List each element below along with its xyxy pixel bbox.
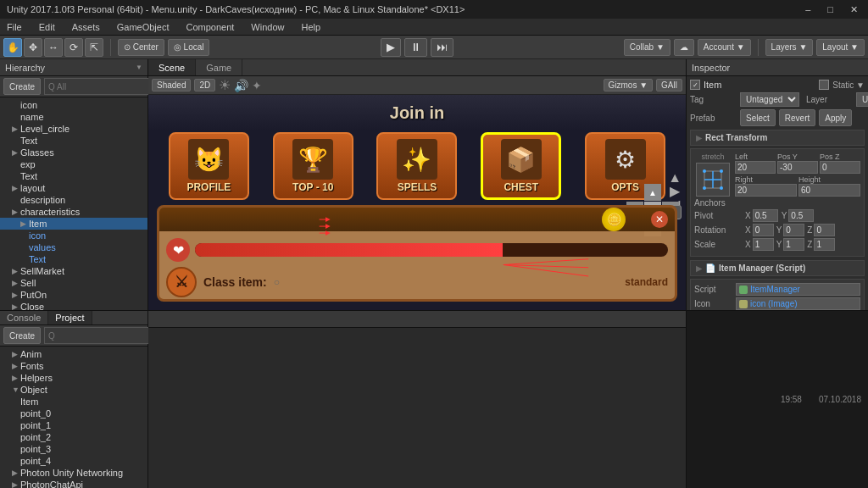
rt-right-input[interactable] — [735, 184, 797, 197]
minimize-btn[interactable]: – — [802, 4, 814, 15]
item-manager-section[interactable]: ▶ 📄 Item Manager (Script) — [690, 260, 865, 276]
revert-btn[interactable]: Revert — [779, 109, 815, 126]
scale-tool-btn[interactable]: ⟳ — [64, 38, 83, 57]
proj-item[interactable]: Item — [0, 396, 147, 408]
project-search[interactable] — [44, 327, 160, 344]
tree-item-exp[interactable]: exp — [0, 158, 147, 170]
nav-up-btn[interactable]: ▲ — [644, 184, 661, 201]
proj-photon[interactable]: ▶Photon Unity Networking — [0, 467, 147, 479]
move-tool-btn[interactable]: ✥ — [24, 38, 42, 57]
proj-fonts[interactable]: ▶Fonts — [0, 360, 147, 372]
scale-x-input[interactable] — [753, 238, 774, 251]
nav-icon-top10[interactable]: 🏆 TOP - 10 — [273, 132, 353, 200]
scale-z-input[interactable] — [814, 238, 835, 251]
tree-item-text-1[interactable]: Text — [0, 135, 147, 147]
rot-x-input[interactable] — [753, 224, 774, 236]
menu-help[interactable]: Help — [298, 22, 324, 32]
pause-btn[interactable]: ⏸ — [404, 38, 427, 57]
cloud-btn[interactable]: ☁ — [674, 39, 694, 56]
audio-btn[interactable]: 🔊 — [234, 79, 248, 92]
tab-game[interactable]: Game — [196, 59, 242, 75]
rt-posy-input[interactable] — [777, 161, 818, 174]
center-btn[interactable]: ⊙ Center — [118, 39, 164, 56]
tree-item-level-circle[interactable]: ▶Level_circle — [0, 123, 147, 135]
menu-gameobject[interactable]: GameObject — [114, 22, 173, 32]
menu-edit[interactable]: Edit — [36, 22, 58, 32]
tree-item-glasses[interactable]: ▶Glasses — [0, 147, 147, 158]
effects-btn[interactable]: ✦ — [252, 79, 262, 92]
tab-scene[interactable]: Scene — [148, 59, 196, 75]
icon-field-value[interactable]: icon (Image) — [736, 297, 860, 310]
nav-icon-profile[interactable]: 😺 PROFILE — [169, 132, 249, 200]
tree-item-layout[interactable]: ▶layout — [0, 182, 147, 194]
rt-left-input[interactable] — [735, 161, 776, 174]
collab-btn[interactable]: Collab ▼ — [624, 39, 670, 56]
proj-object[interactable]: ▼Object — [0, 384, 147, 396]
rt-height-input[interactable] — [798, 184, 860, 197]
rt-posz-input[interactable] — [820, 161, 860, 174]
project-tab[interactable]: Project — [48, 311, 92, 324]
tree-item-text-3[interactable]: Text — [0, 253, 147, 265]
anchor-diagram[interactable] — [696, 163, 730, 197]
layer-dropdown[interactable]: UI — [856, 92, 868, 107]
tree-item-name[interactable]: name — [0, 111, 147, 123]
proj-point3[interactable]: point_3 — [0, 443, 147, 455]
tag-dropdown[interactable]: Untagged — [740, 92, 799, 107]
close-btn[interactable]: ✕ — [847, 4, 861, 15]
static-checkbox[interactable] — [819, 80, 829, 90]
pivot-x-input[interactable] — [753, 209, 778, 222]
tree-item-item[interactable]: ▶Item — [0, 218, 147, 230]
shaded-btn[interactable]: Shaded — [152, 79, 191, 92]
proj-anim[interactable]: ▶Anim — [0, 348, 147, 360]
menu-window[interactable]: Window — [248, 22, 287, 32]
apply-btn[interactable]: Apply — [819, 109, 852, 126]
console-tab[interactable]: Console — [0, 311, 48, 324]
proj-point2[interactable]: point_2 — [0, 431, 147, 443]
layers-btn[interactable]: Layers ▼ — [765, 39, 814, 56]
rect-transform-section[interactable]: ▶ Rect Transform — [690, 130, 865, 146]
menu-assets[interactable]: Assets — [69, 22, 103, 32]
tree-item-sellmarket[interactable]: ▶SellMarket — [0, 265, 147, 277]
proj-photon-chat[interactable]: ▶PhotonChatApi — [0, 479, 147, 488]
tree-item-puton[interactable]: ▶PutOn — [0, 289, 147, 301]
account-btn[interactable]: Account ▼ — [698, 39, 751, 56]
2d-btn[interactable]: 2D — [194, 79, 215, 92]
script-value[interactable]: ItemManager — [736, 283, 860, 296]
scale-y-input[interactable] — [783, 238, 804, 251]
tree-item-close[interactable]: ▶Close — [0, 301, 147, 310]
proj-point0[interactable]: point_0 — [0, 408, 147, 419]
local-btn[interactable]: ◎ Local — [168, 39, 210, 56]
proj-point1[interactable]: point_1 — [0, 419, 147, 431]
gizmos-btn[interactable]: Gizmos ▼ — [604, 79, 654, 92]
rot-z-input[interactable] — [814, 224, 835, 236]
pivot-y-input[interactable] — [788, 209, 814, 222]
hierarchy-search[interactable] — [44, 78, 160, 95]
light-btn[interactable]: ☀ — [219, 77, 231, 93]
item-close-btn[interactable]: ✕ — [651, 211, 668, 228]
nav-icon-chest[interactable]: 📦 CHEST — [481, 132, 561, 200]
tree-item-icon2[interactable]: icon — [0, 230, 147, 241]
tree-item-sell[interactable]: ▶Sell — [0, 277, 147, 289]
maximize-btn[interactable]: □ — [824, 4, 837, 15]
select-btn[interactable]: Select — [740, 109, 776, 126]
play-btn[interactable]: ▶ — [381, 38, 401, 57]
nav-icon-spells[interactable]: ✨ SPELLS — [376, 132, 457, 200]
tree-item-values[interactable]: values — [0, 241, 147, 253]
hierarchy-create-btn[interactable]: Create — [3, 78, 41, 95]
proj-helpers[interactable]: ▶Helpers — [0, 372, 147, 384]
rot-y-input[interactable] — [783, 224, 804, 236]
gall-btn[interactable]: GAll — [656, 79, 682, 92]
tree-item-icon[interactable]: icon — [0, 99, 147, 111]
tree-item-description[interactable]: description — [0, 194, 147, 206]
rotate-tool-btn[interactable]: ↔ — [44, 38, 63, 57]
menu-file[interactable]: File — [3, 22, 25, 32]
item-name-field[interactable]: Item — [704, 80, 815, 90]
rect-tool-btn[interactable]: ⇱ — [85, 38, 103, 57]
tree-item-characteristics[interactable]: ▶characteristics — [0, 206, 147, 218]
step-btn[interactable]: ⏭ — [431, 38, 453, 57]
tree-item-text-2[interactable]: Text — [0, 170, 147, 182]
project-create-btn[interactable]: Create — [3, 327, 41, 344]
hand-tool-btn[interactable]: ✋ — [3, 38, 22, 57]
hierarchy-collapse[interactable]: ▼ — [136, 64, 142, 71]
layout-btn[interactable]: Layout ▼ — [816, 39, 865, 56]
